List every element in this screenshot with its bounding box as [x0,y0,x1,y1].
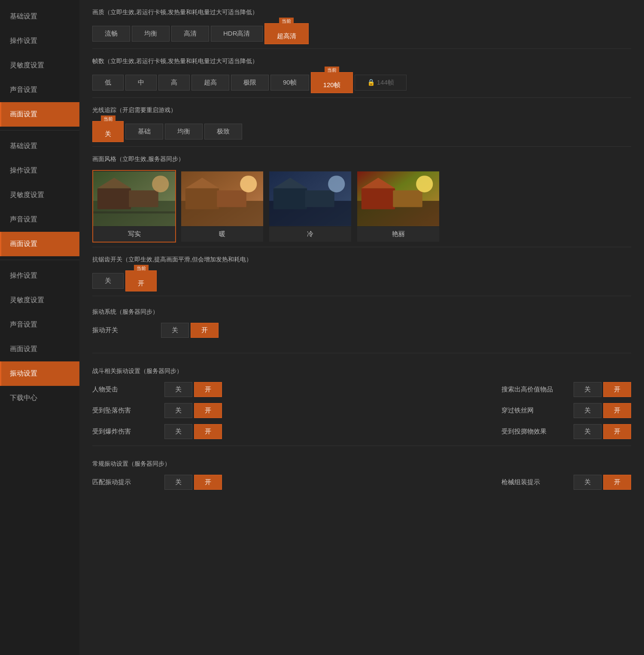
svg-rect-4 [129,190,158,207]
explosion-off-btn[interactable]: 关 [164,424,192,439]
sidebar-item-display2[interactable]: 画面设置 [0,232,79,256]
sidebar-item-sound3[interactable]: 声音设置 [0,312,79,337]
combat-item-wire: 穿过铁丝网 关 开 [362,403,632,418]
sidebar-item-sensitivity2[interactable]: 灵敏度设置 [0,183,79,207]
throw-toggle: 关 开 [574,424,631,439]
style-card-warm[interactable]: 暖 [180,170,264,243]
antialias-current-badge: 当前 [134,265,149,272]
normal-item-gun: 枪械组装提示 关 开 [362,475,632,490]
wire-label: 穿过铁丝网 [501,406,570,415]
main-content: 画质（立即生效,若运行卡顿,发热量和耗电量过大可适当降低） 流畅 均衡 高清 H… [79,0,644,655]
sidebar-item-operation3[interactable]: 操作设置 [0,264,79,288]
wire-on-btn[interactable]: 开 [603,403,631,418]
vibration-switch-row: 振动开关 关 开 [92,323,631,338]
raytracing-btn-off[interactable]: 当前 关 [92,121,124,142]
gun-on-btn[interactable]: 开 [603,475,631,490]
quality-btn-hdr[interactable]: HDR高清 [211,26,263,42]
vibration-switch-off[interactable]: 关 [161,323,189,338]
antialias-btn-on[interactable]: 当前 开 [125,270,157,291]
hit-off-btn[interactable]: 关 [164,382,192,397]
gun-label: 枪械组装提示 [501,478,570,486]
sidebar-group-2: 基础设置 操作设置 灵敏度设置 声音设置 画面设置 [0,134,79,256]
match-on-btn[interactable]: 开 [194,475,222,490]
framerate-btn-90[interactable]: 90帧 [270,75,309,91]
fall-on-btn[interactable]: 开 [194,403,222,418]
hit-label: 人物受击 [92,385,161,394]
sidebar-item-sound1[interactable]: 声音设置 [0,78,79,102]
explosion-label: 受到爆炸伤害 [92,428,161,436]
svg-point-24 [416,176,433,192]
svg-point-5 [152,176,169,192]
framerate-btn-ultra[interactable]: 超高 [191,75,229,91]
quality-btn-balanced[interactable]: 均衡 [132,26,170,42]
framerate-current-badge: 当前 [325,67,339,74]
raytracing-btn-basic[interactable]: 基础 [125,124,163,139]
loot-off-btn[interactable]: 关 [574,382,601,397]
wire-toggle: 关 开 [574,403,631,418]
vibration-switch-on[interactable]: 开 [191,323,219,338]
antialias-btn-off[interactable]: 关 [92,273,124,289]
throw-on-btn[interactable]: 开 [603,424,631,439]
quality-btn-ultra[interactable]: 当前 超高清 [264,23,309,44]
quality-btn-hd[interactable]: 高清 [171,26,209,42]
style-grid: 当前 [92,170,631,243]
quality-btn-smooth[interactable]: 流畅 [92,26,130,42]
raytracing-btn-balanced[interactable]: 均衡 [165,124,203,139]
fall-label: 受到坠落伤害 [92,406,161,415]
style-img-realistic [93,171,175,227]
wire-off-btn[interactable]: 关 [574,403,601,418]
style-card-vivid[interactable]: 艳丽 [356,170,440,243]
explosion-on-btn[interactable]: 开 [194,424,222,439]
quality-title: 画质（立即生效,若运行卡顿,发热量和耗电量过大可适当降低） [92,9,631,16]
sidebar-item-sound2[interactable]: 声音设置 [0,207,79,232]
style-label-vivid: 艳丽 [357,227,439,242]
combat-row-3: 受到爆炸伤害 关 开 受到投掷物效果 关 开 [92,424,631,439]
svg-rect-17 [305,190,334,207]
gun-off-btn[interactable]: 关 [574,475,601,490]
quality-options: 流畅 均衡 高清 HDR高清 当前 超高清 [92,23,631,44]
loot-on-btn[interactable]: 开 [603,382,631,397]
sidebar-item-download[interactable]: 下载中心 [0,386,79,410]
vibration-switch-label: 振动开关 [92,326,161,334]
fall-off-btn[interactable]: 关 [164,403,192,418]
gun-toggle: 关 开 [574,475,631,490]
combat-row-1: 人物受击 关 开 搜索出高价值物品 关 开 [92,382,631,397]
sidebar-item-operation1[interactable]: 操作设置 [0,29,79,53]
loot-label: 搜索出高价值物品 [501,385,570,394]
combat-row-2: 受到坠落伤害 关 开 穿过铁丝网 关 开 [92,403,631,418]
hit-on-btn[interactable]: 开 [194,382,222,397]
explosion-toggle: 关 开 [164,424,222,439]
framerate-section: 帧数（立即生效,若运行卡顿,发热量和耗电量过大可适当降低） 低 中 高 超高 极… [92,49,631,98]
raytracing-section: 光线追踪（开启需要重启游戏） 当前 关 基础 均衡 极致 [92,98,631,147]
framerate-btn-mid[interactable]: 中 [125,75,157,91]
framerate-btn-120[interactable]: 当前 120帧 [311,72,353,93]
raytracing-btn-ultra[interactable]: 极致 [204,124,242,139]
svg-rect-21 [361,188,395,209]
style-card-realistic[interactable]: 当前 [92,170,176,243]
sidebar-item-basic1[interactable]: 基础设置 [0,4,79,29]
framerate-btn-high[interactable]: 高 [158,75,190,91]
style-label-warm: 暖 [181,227,263,242]
framerate-title: 帧数（立即生效,若运行卡顿,发热量和耗电量过大可适当降低） [92,58,631,65]
match-off-btn[interactable]: 关 [164,475,192,490]
sidebar-item-vibration[interactable]: 振动设置 [0,361,79,386]
combat-vibration-section: 战斗相关振动设置（服务器同步） 人物受击 关 开 搜索出高价值物品 关 开 [92,355,631,443]
combat-item-throw: 受到投掷物效果 关 开 [362,424,632,439]
raytracing-title: 光线追踪（开启需要重启游戏） [92,106,631,114]
combat-item-explosion: 受到爆炸伤害 关 开 [92,424,362,439]
throw-off-btn[interactable]: 关 [574,424,601,439]
style-card-cold[interactable]: 冷 [268,170,352,243]
svg-point-18 [328,176,345,192]
style-img-cold [269,171,351,227]
sidebar-item-sensitivity1[interactable]: 灵敏度设置 [0,53,79,78]
sidebar-item-sensitivity3[interactable]: 灵敏度设置 [0,288,79,312]
style-title: 画面风格（立即生效,服务器同步） [92,155,631,163]
framerate-btn-extreme[interactable]: 极限 [231,75,269,91]
sidebar-item-display3[interactable]: 画面设置 [0,337,79,361]
sidebar-item-operation2[interactable]: 操作设置 [0,158,79,183]
loot-toggle: 关 开 [574,382,631,397]
framerate-btn-low[interactable]: 低 [92,75,124,91]
sidebar-item-basic2[interactable]: 基础设置 [0,134,79,158]
raytracing-options: 当前 关 基础 均衡 极致 [92,121,631,142]
sidebar-item-display1[interactable]: 画面设置 [0,102,79,127]
